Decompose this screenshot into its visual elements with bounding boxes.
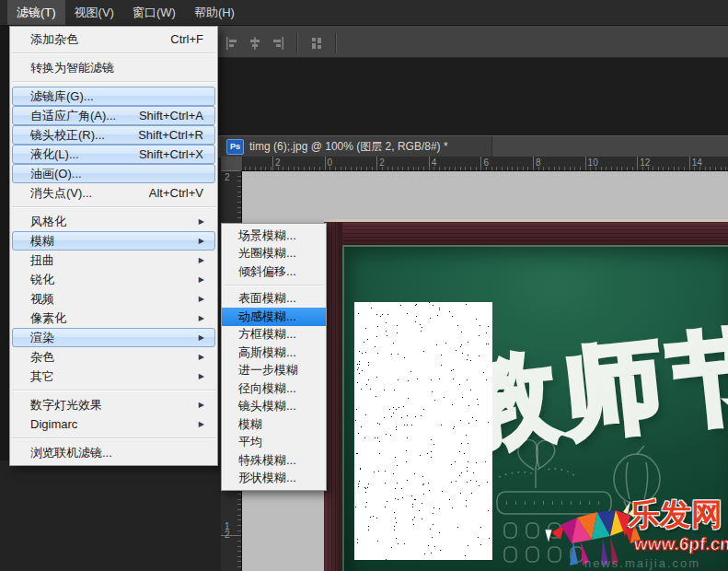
menu-item-shortcut: Shift+Ctrl+R (138, 128, 205, 142)
blur-submenu-item-6[interactable]: 方框模糊... (222, 326, 326, 344)
menu-item-label: 风格化 (30, 214, 66, 230)
menubar-item-3[interactable]: 帮助(H) (185, 0, 244, 25)
menu-item-shortcut: Alt+Ctrl+V (149, 186, 205, 200)
menu-bar: 滤镜(T)视图(V)窗口(W)帮助(H) (0, 0, 728, 26)
filter-menu-item-6[interactable]: 镜头校正(R)...Shift+Ctrl+R (12, 125, 215, 145)
blur-submenu-item-4[interactable]: 表面模糊... (222, 290, 326, 309)
submenu-arrow-icon: ▶ (199, 275, 205, 284)
ruler-label: 2 (379, 157, 385, 168)
blur-submenu-item-2[interactable]: 倾斜偏移... (222, 262, 326, 281)
horizontal-ruler[interactable]: 202468101214 (221, 157, 728, 171)
menu-item-label: 方框模糊... (238, 326, 296, 343)
ruler-label: 2 (275, 157, 281, 168)
watermark-secondary: news.maijia.com (584, 556, 700, 570)
distribute-horizontal-icon[interactable] (309, 36, 324, 51)
filter-menu-item-22[interactable]: Digimarc▶ (12, 414, 215, 434)
filter-menu-item-12[interactable]: 模糊▶ (12, 231, 215, 251)
menu-item-label: 径向模糊... (238, 380, 296, 397)
filter-menu-item-18[interactable]: 杂色▶ (12, 347, 215, 367)
filter-menu-item-9[interactable]: 消失点(V)...Alt+Ctrl+V (12, 183, 215, 203)
filter-menu-item-17[interactable]: 渲染▶ (12, 328, 215, 347)
chalkboard-frame-top (324, 222, 728, 245)
menu-item-label: 数字灯光效果 (30, 397, 102, 414)
menubar-item-0[interactable]: 滤镜(T) (7, 0, 65, 25)
submenu-arrow-icon: ▶ (199, 333, 205, 342)
blur-submenu-item-1[interactable]: 光圈模糊... (222, 245, 326, 263)
ruler-label: 10 (588, 157, 598, 168)
submenu-arrow-icon: ▶ (199, 314, 205, 322)
filter-menu-item-5[interactable]: 自适应广角(A)...Shift+Ctrl+A (12, 106, 215, 125)
blur-submenu: 场景模糊...光圈模糊...倾斜偏移...表面模糊...动感模糊...方框模糊.… (221, 223, 327, 491)
menu-item-label: 滤镜库(G)... (30, 88, 94, 105)
menu-item-label: 模糊 (238, 416, 262, 433)
align-horizontal-centers-icon[interactable] (248, 36, 262, 51)
menu-item-label: 形状模糊... (238, 470, 296, 486)
submenu-arrow-icon: ▶ (199, 237, 205, 245)
noise-selection-region (354, 302, 492, 560)
menu-item-label: 添加杂色 (30, 31, 78, 48)
filter-menu-item-13[interactable]: 扭曲▶ (12, 251, 215, 270)
filter-menu-item-11[interactable]: 风格化▶ (12, 212, 215, 231)
align-left-edges-icon[interactable] (225, 36, 239, 51)
filter-menu-item-7[interactable]: 液化(L)...Shift+Ctrl+X (12, 145, 215, 164)
document-tab-title: timg (6);.jpg @ 100% (图层 2, RGB/8#) * (249, 139, 448, 155)
filter-menu-item-24[interactable]: 浏览联机滤镜... (12, 443, 215, 462)
menu-separator (12, 206, 215, 208)
window-left-edge (0, 26, 9, 460)
blur-submenu-item-9[interactable]: 径向模糊... (222, 379, 326, 398)
blur-submenu-item-8[interactable]: 进一步模糊 (222, 362, 326, 380)
ruler-label: 4 (432, 157, 437, 168)
submenu-arrow-icon: ▶ (199, 217, 205, 226)
canvas-image[interactable]: 教师节 (324, 219, 728, 571)
menu-item-shortcut: Shift+Ctrl+X (139, 147, 205, 161)
document-tab[interactable]: Ps timg (6);.jpg @ 100% (图层 2, RGB/8#) * (221, 136, 492, 157)
align-right-edges-icon[interactable] (271, 36, 285, 51)
filter-menu-item-8[interactable]: 油画(O)... (12, 164, 215, 183)
menu-item-label: 油画(O)... (30, 166, 82, 182)
menu-item-label: 场景模糊... (238, 227, 296, 244)
chalkboard-frame-left (324, 222, 342, 571)
submenu-arrow-icon: ▶ (199, 353, 205, 361)
menu-item-label: 镜头校正(R)... (30, 127, 105, 144)
blur-submenu-item-14[interactable]: 形状模糊... (222, 470, 326, 488)
blur-submenu-item-7[interactable]: 高斯模糊... (222, 344, 326, 362)
ruler-label: 12 (225, 522, 232, 539)
menu-item-label: 平均 (238, 434, 262, 450)
menu-item-label: 视频 (30, 291, 54, 308)
menu-separator (12, 437, 215, 439)
filter-menu-item-0[interactable]: 添加杂色Ctrl+F (12, 29, 215, 49)
blur-submenu-item-12[interactable]: 平均 (222, 434, 326, 452)
blur-submenu-item-11[interactable]: 模糊 (222, 415, 326, 434)
submenu-arrow-icon: ▶ (199, 256, 205, 264)
menu-item-label: 液化(L)... (30, 146, 79, 163)
menu-item-shortcut: Ctrl+F (170, 32, 205, 46)
menu-item-label: 锐化 (30, 272, 54, 288)
blur-submenu-item-5[interactable]: 动感模糊... (222, 308, 326, 326)
menu-separator (12, 81, 215, 83)
menu-item-label: 消失点(V)... (30, 185, 92, 202)
menu-item-label: 浏览联机滤镜... (30, 445, 112, 461)
menu-item-label: 自适应广角(A)... (30, 108, 116, 124)
toolbar-separator (296, 33, 298, 53)
filter-menu-item-14[interactable]: 锐化▶ (12, 270, 215, 289)
menubar-item-2[interactable]: 窗口(W) (123, 0, 185, 25)
filter-menu-item-19[interactable]: 其它▶ (12, 367, 215, 386)
filter-menu-item-21[interactable]: 数字灯光效果▶ (12, 395, 215, 414)
filter-menu-item-4[interactable]: 滤镜库(G)... (12, 87, 215, 106)
blur-submenu-items: 场景模糊...光圈模糊...倾斜偏移...表面模糊...动感模糊...方框模糊.… (222, 227, 326, 487)
ruler-label: 14 (692, 157, 702, 168)
ruler-label: 2 (225, 173, 232, 181)
blur-submenu-item-13[interactable]: 特殊模糊... (222, 451, 326, 470)
menu-item-label: 像素化 (30, 310, 66, 327)
menu-separator (12, 390, 215, 391)
filter-menu-item-2[interactable]: 转换为智能滤镜 (12, 58, 215, 77)
photoshop-window: Ps timg (6);.jpg @ 100% (图层 2, RGB/8#) *… (0, 0, 728, 571)
ruler-label: 12 (640, 157, 650, 168)
filter-menu-item-16[interactable]: 像素化▶ (12, 309, 215, 328)
filter-menu-item-15[interactable]: 视频▶ (12, 289, 215, 309)
menu-item-label: 高斯模糊... (238, 344, 296, 361)
blur-submenu-item-10[interactable]: 镜头模糊... (222, 398, 326, 416)
blur-submenu-item-0[interactable]: 场景模糊... (222, 227, 326, 245)
ruler-corner (221, 157, 243, 170)
menubar-item-1[interactable]: 视图(V) (65, 0, 123, 25)
